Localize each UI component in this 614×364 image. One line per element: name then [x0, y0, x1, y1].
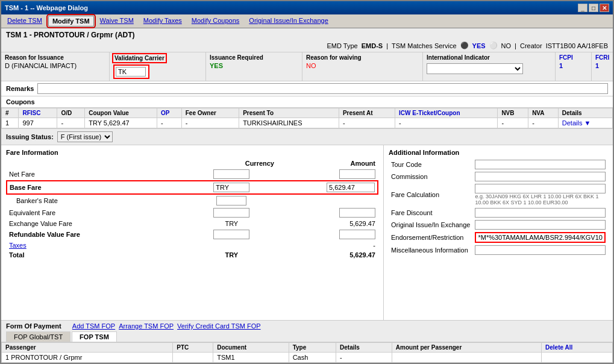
base-fare-currency-input[interactable]: [213, 183, 249, 192]
exchange-currency: TRY: [187, 219, 277, 228]
fcpi-label: FCPI: [559, 54, 587, 61]
exchange-amount: 5,629.47: [277, 219, 378, 228]
coupon-details[interactable]: Details ▼: [558, 118, 612, 128]
col-nvb: NVB: [498, 108, 528, 118]
fop-col-delete-all[interactable]: Delete All: [542, 343, 613, 353]
issuing-label: Issuing Status:: [6, 133, 54, 140]
fop-col-type: Type: [289, 343, 336, 353]
refundable-amount-input[interactable]: [339, 230, 375, 239]
menu-original-issue[interactable]: Original Issue/In Exchange: [245, 16, 331, 27]
coupon-rfisc: 997: [19, 118, 57, 128]
miscellaneous-input[interactable]: [475, 245, 606, 255]
title-bar-controls: _ □ ✕: [578, 4, 609, 12]
fare-discount-label: Fare Discount: [389, 207, 472, 219]
total-label: Total: [7, 250, 187, 260]
issuing-select[interactable]: F (First issue) R (Reissue) V (Void): [57, 131, 113, 142]
fop-amount: [392, 353, 541, 363]
coupon-nvb: -: [498, 118, 528, 128]
col-present-at: Present At: [339, 108, 395, 118]
fcri-col: FCRI 1: [592, 52, 613, 81]
minimize-button[interactable]: _: [578, 4, 587, 12]
title-bar: TSM - 1 -- Webpage Dialog _ □ ✕: [1, 1, 613, 14]
header-row: EMD Type EMD-S | TSM Matches Service ⚫ Y…: [6, 42, 608, 49]
fop-col-amount: Amount per Passenger: [392, 343, 541, 353]
fare-table: Currency Amount Net Fare Base Fare: [6, 158, 378, 260]
maximize-button[interactable]: □: [589, 4, 598, 12]
tour-code-input[interactable]: [475, 160, 606, 169]
equiv-fare-currency-input[interactable]: [213, 208, 249, 218]
validating-carrier-label: Validating Carrier: [113, 54, 166, 62]
reason-col: Reason for Issuance D (FINANCIAL IMPACT): [1, 52, 110, 81]
menu-waive-tsm[interactable]: Waive TSM: [96, 16, 137, 27]
miscellaneous-label: Miscellaneous Information: [389, 244, 472, 256]
coupon-fee-owner: -: [181, 118, 239, 128]
taxes-row: Taxes -: [7, 240, 378, 250]
total-currency: TRY: [187, 250, 277, 260]
tour-code-row: Tour Code: [389, 158, 608, 171]
bankers-rate-input[interactable]: [216, 196, 246, 206]
fop-section: Form Of Payment Add TSM FOP Arrange TSM …: [1, 320, 613, 363]
window: TSM - 1 -- Webpage Dialog _ □ ✕ Delete T…: [0, 0, 614, 364]
commission-input[interactable]: [475, 172, 606, 181]
fare-calculation-row: Fare Calculation e.g. 30JAN09 HKG 6X LHR…: [389, 183, 608, 207]
creator-value: ISTT1B00 AA/18FEB: [546, 42, 608, 49]
close-button[interactable]: ✕: [600, 4, 609, 12]
reason-value: D (FINANCIAL IMPACT): [5, 62, 105, 69]
menu-modify-coupons[interactable]: Modify Coupons: [188, 16, 243, 27]
fop-col-passenger: Passenger: [2, 343, 173, 353]
refundable-value-label: Refundable Value Fare: [7, 228, 187, 240]
taxes-label[interactable]: Taxes: [7, 240, 187, 250]
bankers-rate-label: Banker's Rate: [7, 194, 187, 207]
fop-title: Form Of Payment: [6, 322, 61, 330]
original-issue-input[interactable]: [475, 220, 606, 230]
tab-fop-tsm[interactable]: FOP TSM: [72, 331, 117, 342]
total-row: Total TRY 5,629.47: [7, 250, 378, 260]
radio-no-btn[interactable]: ⚪: [489, 42, 498, 49]
coupon-op: -: [157, 118, 181, 128]
yes-label: YES: [472, 42, 486, 49]
emd-type-value: EMD-S: [362, 42, 383, 49]
fop-tabs: FOP Global/TST FOP TSM: [1, 331, 613, 342]
total-amount: 5,629.47: [277, 250, 378, 260]
emd-type-label: EMD Type: [327, 42, 358, 49]
equiv-fare-amount-input[interactable]: [339, 208, 375, 218]
validating-carrier-col: Validating Carrier: [110, 52, 206, 81]
issuing-row: Issuing Status: F (First issue) R (Reiss…: [1, 128, 613, 145]
verify-cc-link[interactable]: Verify Credit Card TSM FOP: [177, 322, 261, 330]
menu-modify-taxes[interactable]: Modify Taxes: [140, 16, 186, 27]
menu-modify-tsm[interactable]: Modify TSM: [48, 16, 94, 27]
fcri-label: FCRI: [595, 54, 613, 61]
fare-discount-input[interactable]: [475, 208, 606, 218]
refundable-currency-input[interactable]: [213, 230, 249, 239]
col-coupon-value: Coupon Value: [85, 108, 157, 118]
fop-details: -: [336, 353, 392, 363]
validating-carrier-input[interactable]: [116, 67, 146, 77]
original-issue-label: Original Issue/In Exchange: [389, 219, 472, 231]
endorsement-row: Endorsement/Restriction: [389, 231, 608, 244]
intl-indicator-label: International Indicator: [427, 54, 551, 61]
net-fare-currency-input[interactable]: [213, 169, 249, 179]
tab-fop-global[interactable]: FOP Global/TST: [6, 331, 70, 342]
arrange-tsm-fop-link[interactable]: Arrange TSM FOP: [119, 322, 174, 330]
fare-calculation-input[interactable]: [475, 184, 606, 193]
amount-header: Amount: [277, 158, 378, 168]
net-fare-amount-input[interactable]: [339, 169, 375, 179]
fields-row: Reason for Issuance D (FINANCIAL IMPACT)…: [1, 52, 613, 81]
coupon-value: TRY 5,629.47: [85, 118, 157, 128]
col-od: O/D: [57, 108, 85, 118]
add-tsm-fop-link[interactable]: Add TSM FOP: [72, 322, 115, 330]
endorsement-input[interactable]: [475, 232, 606, 243]
radio-yes-btn[interactable]: ⚫: [460, 42, 469, 49]
coupon-num: 1: [2, 118, 19, 128]
base-fare-amount-input[interactable]: [327, 183, 375, 192]
coupon-row: 1 997 - TRY 5,629.47 - - TURKISHAIRLINES…: [2, 118, 613, 128]
intl-indicator-col: International Indicator: [423, 52, 556, 81]
additional-table: Tour Code Commission Fare Calculation e.…: [389, 158, 608, 256]
header-title: TSM 1 - PRONTOTOUR / Grpmr (ADT): [6, 31, 608, 39]
currency-header: Currency: [187, 158, 277, 168]
intl-indicator-select[interactable]: [427, 63, 523, 74]
fop-row: 1 PRONTOTOUR / Grpmr TSM1 Cash -: [2, 353, 613, 363]
menu-delete-tsm[interactable]: Delete TSM: [4, 16, 46, 27]
remarks-input[interactable]: [37, 83, 608, 94]
fop-col-ptc: PTC: [173, 343, 213, 353]
